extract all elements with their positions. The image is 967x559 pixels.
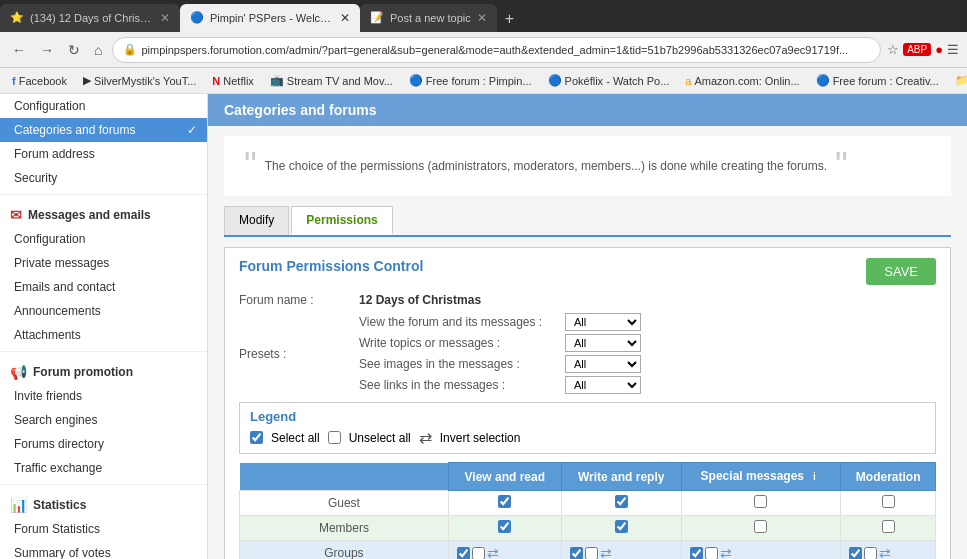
bookmark-silvermystik[interactable]: ▶ SilverMystik's YouT... [79, 73, 200, 88]
groups-special-check1[interactable] [690, 547, 703, 560]
table-row-groups: Groups ⇄ ⇄ [240, 541, 936, 560]
select-all-checkbox[interactable] [250, 431, 263, 444]
members-write-cell [561, 516, 681, 541]
forward-button[interactable]: → [36, 40, 58, 60]
special-info-icon[interactable]: i [807, 470, 821, 484]
tab-3[interactable]: 📝 Post a new topic ✕ [360, 4, 497, 32]
tab-permissions[interactable]: Permissions [291, 206, 392, 235]
home-button[interactable]: ⌂ [90, 40, 106, 60]
groups-view-check1[interactable] [457, 547, 470, 560]
invert-selection-label: Invert selection [440, 431, 521, 445]
groups-view-check2[interactable] [472, 547, 485, 560]
bookmark-amazon-label: Amazon.com: Onlin... [694, 75, 799, 87]
groups-write-transfer-icon[interactable]: ⇄ [600, 545, 612, 559]
members-view-cell [448, 516, 561, 541]
sidebar-item-announcements[interactable]: Announcements [0, 299, 207, 323]
sidebar-item-summary-votes[interactable]: Summary of votes [0, 541, 207, 559]
preset-images-select[interactable]: AllMembersAdmins [565, 355, 641, 373]
bookmark-facebook[interactable]: f Facebook [8, 74, 71, 88]
sidebar-item-config-messages[interactable]: Configuration [0, 227, 207, 251]
address-bar[interactable]: 🔒 pimpinpspers.forumotion.com/admin/?par… [112, 37, 881, 63]
sidebar-config-messages-label: Configuration [14, 232, 85, 246]
freeforum-favicon: 🔵 [409, 74, 423, 87]
sidebar-item-emails-contact[interactable]: Emails and contact [0, 275, 207, 299]
guest-special-checkbox[interactable] [754, 495, 767, 508]
preset-item-view: View the forum and its messages : AllMem… [359, 313, 641, 331]
preset-links-select[interactable]: AllMembersAdmins [565, 376, 641, 394]
tab-3-favicon: 📝 [370, 11, 384, 25]
tab-bar: ⭐ (134) 12 Days of Christmas ✕ 🔵 Pimpin'… [0, 0, 967, 32]
sidebar-traffic-exchange-label: Traffic exchange [14, 461, 102, 475]
sidebar-item-search-engines[interactable]: Search engines [0, 408, 207, 432]
sidebar-item-forum-address[interactable]: Forum address [0, 142, 207, 166]
groups-special-check2[interactable] [705, 547, 718, 560]
sidebar-item-attachments[interactable]: Attachments [0, 323, 207, 347]
preset-view-select[interactable]: AllMembersAdmins [565, 313, 641, 331]
sidebar-item-invite-friends[interactable]: Invite friends [0, 384, 207, 408]
sidebar-item-configuration[interactable]: Configuration [0, 94, 207, 118]
bookmark-freeforum[interactable]: 🔵 Free forum : Pimpin... [405, 73, 536, 88]
sidebar-item-forums-directory[interactable]: Forums directory [0, 432, 207, 456]
members-moderation-checkbox[interactable] [882, 520, 895, 533]
sidebar-item-categories-forums[interactable]: Categories and forums ✓ [0, 118, 207, 142]
bookmark-creative[interactable]: 🔵 Free forum : Creativ... [812, 73, 943, 88]
groups-write-check2[interactable] [585, 547, 598, 560]
members-write-checkbox[interactable] [615, 520, 628, 533]
save-button[interactable]: SAVE [866, 258, 936, 285]
sidebar-item-traffic-exchange[interactable]: Traffic exchange [0, 456, 207, 480]
groups-mod-transfer-icon[interactable]: ⇄ [879, 545, 891, 559]
nav-bar: ← → ↻ ⌂ 🔒 pimpinpspers.forumotion.com/ad… [0, 32, 967, 68]
groups-moderation-controls: ⇄ [849, 545, 927, 559]
sidebar-item-security[interactable]: Security [0, 166, 207, 190]
bookmark-netflix[interactable]: N Netflix [208, 74, 258, 88]
guest-view-checkbox[interactable] [498, 495, 511, 508]
guest-moderation-checkbox[interactable] [882, 495, 895, 508]
ext-button-2[interactable]: ● [935, 42, 943, 57]
silvermystik-favicon: ▶ [83, 74, 91, 87]
bookmark-other[interactable]: 📁 Other bookmarks [951, 73, 967, 88]
groups-write-check1[interactable] [570, 547, 583, 560]
tab-permissions-label: Permissions [306, 213, 377, 227]
tab-modify[interactable]: Modify [224, 206, 289, 235]
quote-mark-right-icon: " [835, 148, 848, 184]
sidebar-item-forum-statistics[interactable]: Forum Statistics [0, 517, 207, 541]
bookmark-star[interactable]: ☆ [887, 42, 899, 57]
groups-mod-check1[interactable] [849, 547, 862, 560]
sidebar-item-private-messages[interactable]: Private messages [0, 251, 207, 275]
back-button[interactable]: ← [8, 40, 30, 60]
groups-special-transfer-icon[interactable]: ⇄ [720, 545, 732, 559]
sidebar-section-messages-title: Messages and emails [28, 208, 151, 222]
bookmark-pokeflix[interactable]: 🔵 Pokéflix - Watch Po... [544, 73, 674, 88]
unselect-all-checkbox[interactable] [328, 431, 341, 444]
tab-2-close[interactable]: ✕ [340, 11, 350, 25]
tab-1-favicon: ⭐ [10, 11, 24, 25]
pokeflix-favicon: 🔵 [548, 74, 562, 87]
members-special-checkbox[interactable] [754, 520, 767, 533]
forum-name-label: Forum name : [239, 293, 359, 307]
page-header: Categories and forums [208, 94, 967, 126]
sidebar-configuration-label: Configuration [14, 99, 85, 113]
tab-1[interactable]: ⭐ (134) 12 Days of Christmas ✕ [0, 4, 180, 32]
preset-links-label: See links in the messages : [359, 378, 559, 392]
preset-write-label: Write topics or messages : [359, 336, 559, 350]
guest-write-checkbox[interactable] [615, 495, 628, 508]
tab-1-close[interactable]: ✕ [160, 11, 170, 25]
select-all-label: Select all [271, 431, 320, 445]
refresh-button[interactable]: ↻ [64, 40, 84, 60]
bookmark-creative-label: Free forum : Creativ... [833, 75, 939, 87]
members-view-checkbox[interactable] [498, 520, 511, 533]
new-tab-button[interactable]: + [497, 6, 522, 32]
preset-write-select[interactable]: AllMembersAdmins [565, 334, 641, 352]
bookmark-stream[interactable]: 📺 Stream TV and Mov... [266, 73, 397, 88]
bookmark-netflix-label: Netflix [223, 75, 254, 87]
tab-3-close[interactable]: ✕ [477, 11, 487, 25]
table-header-special: Special messages i [681, 463, 841, 491]
groups-mod-check2[interactable] [864, 547, 877, 560]
bookmark-amazon[interactable]: a Amazon.com: Onlin... [681, 74, 803, 88]
guest-special-cell [681, 491, 841, 516]
abp-button[interactable]: ABP [903, 43, 931, 56]
legend-box: Legend Select all Unselect all ⇄ Invert … [239, 402, 936, 454]
tab-2[interactable]: 🔵 Pimpin' PSPers - Welcome to yo... ✕ [180, 4, 360, 32]
menu-button[interactable]: ☰ [947, 42, 959, 57]
groups-view-transfer-icon[interactable]: ⇄ [487, 545, 499, 559]
